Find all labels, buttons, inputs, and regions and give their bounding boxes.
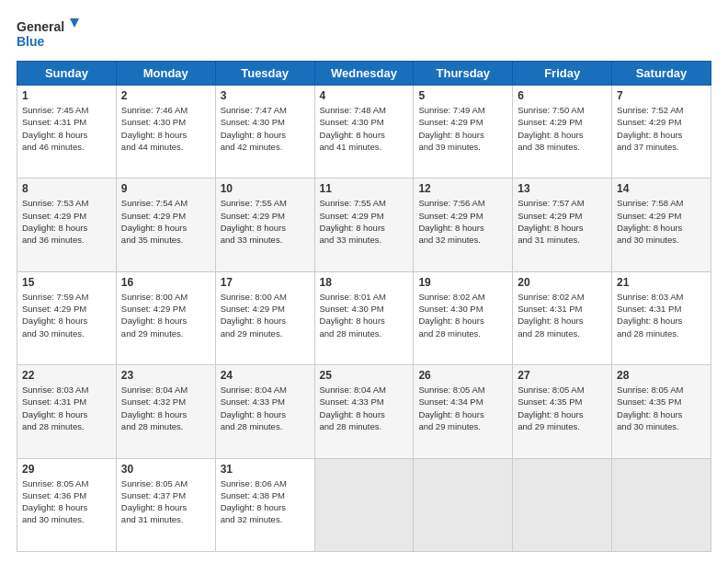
day-info: Sunrise: 8:02 AM Sunset: 4:30 PM Dayligh… [418, 291, 507, 339]
day-info: Sunrise: 8:05 AM Sunset: 4:36 PM Dayligh… [22, 477, 111, 526]
day-info: Sunrise: 7:58 AM Sunset: 4:29 PM Dayligh… [617, 197, 706, 246]
calendar-day: 6Sunrise: 7:50 AM Sunset: 4:29 PM Daylig… [513, 86, 612, 178]
svg-text:Blue: Blue [17, 34, 45, 49]
day-number: 25 [320, 369, 409, 382]
day-info: Sunrise: 7:46 AM Sunset: 4:30 PM Dayligh… [121, 104, 210, 153]
main-container: General Blue SundayMondayTuesdayWednesda… [0, 0, 728, 563]
calendar-day: 31Sunrise: 8:06 AM Sunset: 4:38 PM Dayli… [215, 458, 314, 551]
day-number: 6 [518, 89, 607, 102]
calendar-day: 13Sunrise: 7:57 AM Sunset: 4:29 PM Dayli… [513, 178, 612, 271]
day-header-thursday: Thursday [414, 62, 513, 86]
day-info: Sunrise: 8:04 AM Sunset: 4:32 PM Dayligh… [121, 384, 210, 432]
calendar-day: 2Sunrise: 7:46 AM Sunset: 4:30 PM Daylig… [116, 86, 215, 178]
day-number: 15 [22, 276, 111, 289]
day-number: 27 [518, 369, 607, 382]
calendar-day: 10Sunrise: 7:55 AM Sunset: 4:29 PM Dayli… [215, 178, 314, 271]
day-info: Sunrise: 8:01 AM Sunset: 4:30 PM Dayligh… [320, 291, 409, 339]
calendar-day: 15Sunrise: 7:59 AM Sunset: 4:29 PM Dayli… [17, 271, 117, 364]
day-info: Sunrise: 7:59 AM Sunset: 4:29 PM Dayligh… [22, 291, 111, 339]
day-number: 19 [418, 276, 507, 289]
day-number: 8 [22, 182, 111, 195]
day-number: 18 [320, 276, 409, 289]
calendar-week-1: 1Sunrise: 7:45 AM Sunset: 4:31 PM Daylig… [17, 86, 711, 178]
calendar-day: 8Sunrise: 7:53 AM Sunset: 4:29 PM Daylig… [17, 178, 117, 271]
day-number: 16 [121, 276, 210, 289]
day-number: 7 [617, 89, 706, 102]
day-info: Sunrise: 7:55 AM Sunset: 4:29 PM Dayligh… [221, 197, 310, 246]
day-number: 29 [22, 463, 111, 476]
calendar-day: 16Sunrise: 8:00 AM Sunset: 4:29 PM Dayli… [116, 271, 215, 364]
calendar-day: 19Sunrise: 8:02 AM Sunset: 4:30 PM Dayli… [414, 271, 513, 364]
calendar-day: 14Sunrise: 7:58 AM Sunset: 4:29 PM Dayli… [612, 178, 711, 271]
day-info: Sunrise: 8:05 AM Sunset: 4:34 PM Dayligh… [418, 384, 507, 432]
day-info: Sunrise: 8:05 AM Sunset: 4:35 PM Dayligh… [617, 384, 706, 432]
calendar-day: 4Sunrise: 7:48 AM Sunset: 4:30 PM Daylig… [314, 86, 414, 178]
day-info: Sunrise: 8:05 AM Sunset: 4:35 PM Dayligh… [518, 384, 607, 432]
day-number: 30 [121, 463, 210, 476]
day-info: Sunrise: 8:03 AM Sunset: 4:31 PM Dayligh… [22, 384, 111, 432]
logo-svg: General Blue [17, 17, 81, 52]
calendar-header-row: SundayMondayTuesdayWednesdayThursdayFrid… [17, 62, 711, 86]
calendar-week-3: 15Sunrise: 7:59 AM Sunset: 4:29 PM Dayli… [17, 271, 711, 364]
day-number: 4 [320, 89, 409, 102]
day-info: Sunrise: 8:04 AM Sunset: 4:33 PM Dayligh… [320, 384, 409, 432]
day-info: Sunrise: 8:05 AM Sunset: 4:37 PM Dayligh… [121, 477, 210, 526]
calendar-day: 25Sunrise: 8:04 AM Sunset: 4:33 PM Dayli… [314, 365, 414, 458]
calendar-day: 22Sunrise: 8:03 AM Sunset: 4:31 PM Dayli… [17, 365, 117, 458]
day-number: 2 [121, 89, 210, 102]
calendar-day: 9Sunrise: 7:54 AM Sunset: 4:29 PM Daylig… [116, 178, 215, 271]
day-info: Sunrise: 8:06 AM Sunset: 4:38 PM Dayligh… [221, 477, 310, 526]
calendar-week-5: 29Sunrise: 8:05 AM Sunset: 4:36 PM Dayli… [17, 458, 711, 551]
day-info: Sunrise: 8:00 AM Sunset: 4:29 PM Dayligh… [121, 291, 210, 339]
calendar-day: 24Sunrise: 8:04 AM Sunset: 4:33 PM Dayli… [215, 365, 314, 458]
calendar-day: 29Sunrise: 8:05 AM Sunset: 4:36 PM Dayli… [17, 458, 117, 551]
calendar-day [414, 458, 513, 551]
day-number: 22 [22, 369, 111, 382]
calendar-day [612, 458, 711, 551]
calendar-day: 11Sunrise: 7:55 AM Sunset: 4:29 PM Dayli… [314, 178, 414, 271]
day-header-wednesday: Wednesday [314, 62, 414, 86]
day-info: Sunrise: 7:47 AM Sunset: 4:30 PM Dayligh… [221, 104, 310, 153]
day-number: 14 [617, 182, 706, 195]
calendar-day: 27Sunrise: 8:05 AM Sunset: 4:35 PM Dayli… [513, 365, 612, 458]
calendar-week-4: 22Sunrise: 8:03 AM Sunset: 4:31 PM Dayli… [17, 365, 711, 458]
calendar-day: 12Sunrise: 7:56 AM Sunset: 4:29 PM Dayli… [414, 178, 513, 271]
logo: General Blue [17, 17, 81, 52]
svg-text:General: General [17, 19, 64, 34]
day-info: Sunrise: 7:53 AM Sunset: 4:29 PM Dayligh… [22, 197, 111, 246]
day-info: Sunrise: 8:04 AM Sunset: 4:33 PM Dayligh… [221, 384, 310, 432]
calendar-day: 17Sunrise: 8:00 AM Sunset: 4:29 PM Dayli… [215, 271, 314, 364]
calendar-day: 5Sunrise: 7:49 AM Sunset: 4:29 PM Daylig… [414, 86, 513, 178]
day-number: 11 [320, 182, 409, 195]
day-number: 1 [22, 89, 111, 102]
calendar-day: 7Sunrise: 7:52 AM Sunset: 4:29 PM Daylig… [612, 86, 711, 178]
day-header-friday: Friday [513, 62, 612, 86]
day-header-saturday: Saturday [612, 62, 711, 86]
day-info: Sunrise: 7:52 AM Sunset: 4:29 PM Dayligh… [617, 104, 706, 153]
day-info: Sunrise: 7:57 AM Sunset: 4:29 PM Dayligh… [518, 197, 607, 246]
calendar-day: 3Sunrise: 7:47 AM Sunset: 4:30 PM Daylig… [215, 86, 314, 178]
calendar-day [314, 458, 414, 551]
day-number: 10 [221, 182, 310, 195]
day-number: 13 [518, 182, 607, 195]
day-number: 17 [221, 276, 310, 289]
day-number: 9 [121, 182, 210, 195]
day-info: Sunrise: 7:56 AM Sunset: 4:29 PM Dayligh… [418, 197, 507, 246]
header: General Blue [17, 17, 711, 52]
day-header-monday: Monday [116, 62, 215, 86]
day-number: 31 [221, 463, 310, 476]
day-info: Sunrise: 7:54 AM Sunset: 4:29 PM Dayligh… [121, 197, 210, 246]
day-number: 5 [418, 89, 507, 102]
day-number: 28 [617, 369, 706, 382]
day-number: 24 [221, 369, 310, 382]
day-info: Sunrise: 7:48 AM Sunset: 4:30 PM Dayligh… [320, 104, 409, 153]
day-info: Sunrise: 8:02 AM Sunset: 4:31 PM Dayligh… [518, 291, 607, 339]
calendar-day: 20Sunrise: 8:02 AM Sunset: 4:31 PM Dayli… [513, 271, 612, 364]
day-number: 23 [121, 369, 210, 382]
day-header-sunday: Sunday [17, 62, 117, 86]
day-info: Sunrise: 8:00 AM Sunset: 4:29 PM Dayligh… [221, 291, 310, 339]
day-number: 12 [418, 182, 507, 195]
day-number: 21 [617, 276, 706, 289]
calendar-day: 23Sunrise: 8:04 AM Sunset: 4:32 PM Dayli… [116, 365, 215, 458]
calendar-day: 28Sunrise: 8:05 AM Sunset: 4:35 PM Dayli… [612, 365, 711, 458]
